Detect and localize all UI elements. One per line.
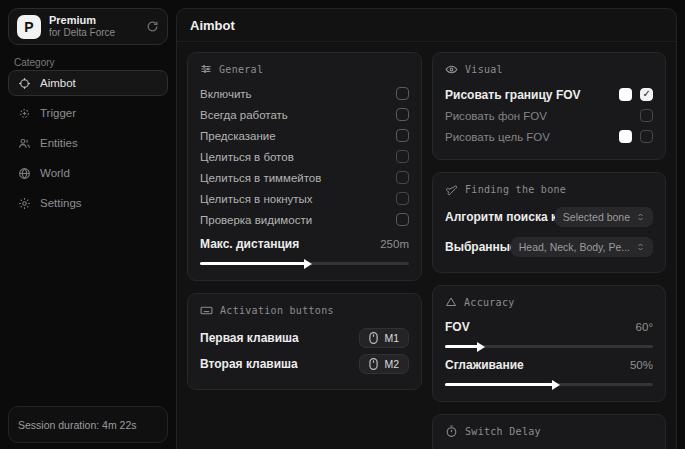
visual-section: Visual Рисовать границу FOV Рисовать фон… <box>432 52 666 160</box>
setting-row-prediction: Предсказание <box>200 125 409 146</box>
bone-section-header: Finding the bone <box>445 183 653 196</box>
sidebar-item-label: Trigger <box>40 107 76 119</box>
key-label: M2 <box>384 358 399 370</box>
setting-row-target-bots: Целиться в ботов <box>200 146 409 167</box>
eye-icon <box>445 63 458 76</box>
selected-bones-row: Выбранные кос Head, Neck, Body, Pe... <box>445 234 653 260</box>
fov-background-row: Рисовать фон FOV <box>445 105 653 126</box>
brand-subtitle: for Delta Force <box>49 27 138 39</box>
bone-algorithm-select[interactable]: Selected bone <box>555 207 653 227</box>
sidebar-item-label: World <box>40 167 70 179</box>
smoothing-row: Сглаживание 50% <box>445 354 653 375</box>
checkbox[interactable] <box>396 87 409 100</box>
sidebar-item-aimbot[interactable]: Aimbot <box>8 70 168 96</box>
slider-fill <box>200 262 305 265</box>
checkbox[interactable] <box>396 192 409 205</box>
max-distance-value: 250m <box>380 238 409 250</box>
activation-section-header: Activation buttons <box>200 304 409 317</box>
sidebar-item-entities[interactable]: Entities <box>8 130 168 156</box>
section-title: Finding the bone <box>465 184 566 195</box>
sidebar-item-trigger[interactable]: Trigger <box>8 100 168 126</box>
fov-slider[interactable] <box>445 345 653 348</box>
visual-section-header: Visual <box>445 63 653 76</box>
fov-row: FOV 60° <box>445 316 653 337</box>
crosshair-icon <box>18 77 31 90</box>
fov-target-row: Рисовать цель FOV <box>445 126 653 147</box>
sidebar: P Premium for Delta Force Category Aimbo… <box>0 0 176 449</box>
general-section: General Включить Всегда работать Предска… <box>187 52 422 281</box>
setting-row-target-teammates: Целиться в тиммейтов <box>200 167 409 188</box>
section-title: Visual <box>465 64 503 75</box>
slider-fill <box>445 383 553 386</box>
sidebar-item-label: Entities <box>40 137 78 149</box>
chevron-updown-icon <box>636 212 645 222</box>
color-swatch[interactable] <box>619 130 632 143</box>
smoothing-slider[interactable] <box>445 383 653 386</box>
max-distance-slider[interactable] <box>200 262 409 265</box>
checkbox[interactable] <box>396 213 409 226</box>
second-key-bind-button[interactable]: M2 <box>359 354 409 374</box>
select-value: Selected bone <box>563 211 630 223</box>
section-title: Activation buttons <box>220 305 334 316</box>
activation-buttons-section: Activation buttons Первая клавиша M1 Вто… <box>187 293 422 390</box>
app-logo: P <box>17 15 41 39</box>
smoothing-value: 50% <box>630 359 653 371</box>
trigger-icon <box>18 107 31 120</box>
checkbox[interactable] <box>396 150 409 163</box>
session-card: Session duration: 4m 22s <box>8 406 168 443</box>
switch-delay-section: Switch Delay Задержка переключения Задер… <box>432 414 666 449</box>
section-title: Switch Delay <box>465 426 541 437</box>
first-key-bind-button[interactable]: M1 <box>359 328 409 348</box>
sliders-icon <box>200 63 212 75</box>
switch-delay-section-header: Switch Delay <box>445 425 653 438</box>
key-label: M1 <box>384 332 399 344</box>
setting-row-enable: Включить <box>200 83 409 104</box>
max-distance-row: Макс. дистанция 250m <box>200 233 409 254</box>
fov-border-row: Рисовать границу FOV <box>445 84 653 105</box>
sidebar-item-label: Aimbot <box>40 77 76 89</box>
brand-title: Premium <box>49 14 138 27</box>
selected-bones-select[interactable]: Head, Neck, Body, Pe... <box>511 237 653 257</box>
setting-row-target-knocked: Целиться в нокнутых <box>200 188 409 209</box>
accuracy-section: Accuracy FOV 60° Сглаживание 50% <box>432 285 666 402</box>
bone-algorithm-row: Алгоритм поиска кост Selected bone <box>445 204 653 230</box>
brand-text: Premium for Delta Force <box>49 14 138 38</box>
color-swatch[interactable] <box>619 88 632 101</box>
checkbox[interactable] <box>396 171 409 184</box>
accuracy-section-header: Accuracy <box>445 296 653 308</box>
logo-letter: P <box>24 19 33 35</box>
mouse-icon <box>369 358 378 370</box>
sidebar-nav: Aimbot Trigger Entities World Settings <box>8 70 168 216</box>
mouse-icon <box>369 332 378 344</box>
section-title: Accuracy <box>464 297 515 308</box>
page-title: Aimbot <box>190 18 235 33</box>
finding-bone-section: Finding the bone Алгоритм поиска кост Se… <box>432 172 666 273</box>
triangle-icon <box>445 296 457 308</box>
refresh-icon[interactable] <box>146 20 159 33</box>
sidebar-item-label: Settings <box>40 197 82 209</box>
bone-icon <box>445 183 458 196</box>
slider-fill <box>445 345 478 348</box>
fov-value: 60° <box>636 321 653 333</box>
checkbox[interactable] <box>396 108 409 121</box>
second-key-row: Вторая клавиша M2 <box>200 351 409 377</box>
checkbox[interactable] <box>640 109 653 122</box>
session-duration: Session duration: 4m 22s <box>18 419 136 431</box>
keyboard-icon <box>200 304 213 317</box>
sidebar-item-settings[interactable]: Settings <box>8 190 168 216</box>
setting-row-visibility-check: Проверка видимости <box>200 209 409 230</box>
checkbox[interactable] <box>396 129 409 142</box>
entities-icon <box>18 137 31 150</box>
checkbox[interactable] <box>640 88 653 101</box>
gear-icon <box>18 197 31 210</box>
main-panel: Aimbot General Включить Всегда работать <box>176 8 677 449</box>
general-section-header: General <box>200 63 409 75</box>
panel-header: Aimbot <box>177 9 676 42</box>
globe-icon <box>18 167 31 180</box>
category-label: Category <box>14 57 55 68</box>
first-key-row: Первая клавиша M1 <box>200 325 409 351</box>
sidebar-item-world[interactable]: World <box>8 160 168 186</box>
section-title: General <box>219 64 263 75</box>
checkbox[interactable] <box>640 130 653 143</box>
timer-icon <box>445 425 458 438</box>
